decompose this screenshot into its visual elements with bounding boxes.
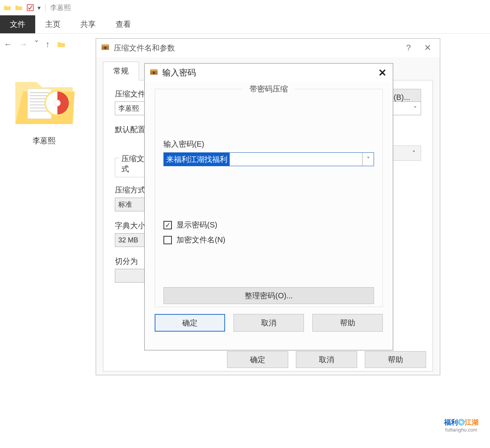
breadcrumb-folder-icon[interactable] bbox=[57, 39, 67, 50]
watermark-right: 江湖 bbox=[465, 419, 479, 426]
folder-thumbnail-icon bbox=[11, 67, 77, 132]
password-frame: 带密码压缩 输入密码(E) 来福利江湖找福利 ˅ ✓ 显示密码(S) 加密文件名… bbox=[155, 89, 383, 307]
qat-dropdown-icon[interactable]: ▾ bbox=[38, 4, 41, 11]
archive-name-value: 李蒽熙 bbox=[118, 104, 139, 113]
svg-point-11 bbox=[54, 100, 60, 106]
tab-view[interactable]: 查看 bbox=[106, 15, 141, 33]
enter-password-dialog: 输入密码 ✕ 带密码压缩 输入密码(E) 来福利江湖找福利 ˅ ✓ 显示密码(S… bbox=[144, 63, 393, 350]
tab-file[interactable]: 文件 bbox=[0, 15, 35, 33]
tab-home[interactable]: 主页 bbox=[35, 15, 70, 33]
password-value: 来福利江湖找福利 bbox=[164, 153, 230, 166]
watermark-sub: fullianghu.com bbox=[444, 427, 479, 433]
method-value: 标准 bbox=[118, 200, 132, 209]
dialog1-title: 压缩文件名和参数 bbox=[114, 43, 175, 53]
dialog2-help-button[interactable]: 帮助 bbox=[312, 314, 383, 332]
dialog2-ok-button[interactable]: 确定 bbox=[155, 314, 225, 332]
ribbon-tabs: 文件 主页 共享 查看 bbox=[0, 15, 490, 34]
dialog2-close-icon[interactable]: ✕ bbox=[377, 67, 388, 79]
checkbox-encrypt-names[interactable]: 加密文件名(N) bbox=[163, 235, 374, 245]
password-input[interactable]: 来福利江湖找福利 ˅ bbox=[163, 152, 374, 166]
checkbox-encrypt-label: 加密文件名(N) bbox=[176, 235, 225, 245]
up-icon[interactable]: ↑ bbox=[46, 39, 50, 49]
checkbox-icon: ✓ bbox=[163, 221, 172, 229]
dialog1-help-button[interactable]: 帮助 bbox=[365, 351, 426, 368]
label-enter-password: 输入密码(E) bbox=[163, 139, 374, 149]
back-icon[interactable]: ← bbox=[4, 39, 12, 49]
dialog1-cancel-button[interactable]: 取消 bbox=[296, 351, 357, 368]
explorer-titlebar: ▾ 李蒽熙 bbox=[0, 0, 490, 15]
checkbox-icon bbox=[163, 236, 172, 244]
svg-rect-14 bbox=[105, 46, 106, 49]
svg-rect-17 bbox=[153, 72, 155, 74]
dialog1-help-icon[interactable]: ? bbox=[401, 43, 416, 53]
organize-passwords-button[interactable]: 整理密码(O)... bbox=[163, 287, 374, 304]
checkbox-show-password[interactable]: ✓ 显示密码(S) bbox=[163, 220, 374, 230]
winrar-icon bbox=[149, 67, 158, 78]
svg-rect-13 bbox=[101, 44, 109, 46]
watermark-left: 福利 bbox=[444, 419, 458, 426]
dialog1-close-icon[interactable]: ✕ bbox=[420, 43, 435, 53]
check-icon bbox=[26, 3, 34, 12]
folder-label: 李蒽熙 bbox=[8, 136, 80, 146]
checkbox-show-label: 显示密码(S) bbox=[176, 220, 217, 230]
password-frame-legend: 带密码压缩 bbox=[243, 84, 295, 94]
window-title: 李蒽熙 bbox=[50, 3, 71, 12]
winrar-icon bbox=[101, 43, 110, 54]
chevron-down-icon[interactable]: ˅ bbox=[362, 153, 374, 166]
dialog2-title: 输入密码 bbox=[162, 67, 196, 78]
folder-icon bbox=[15, 3, 23, 12]
dict-value: 32 MB bbox=[118, 236, 138, 244]
tab-share[interactable]: 共享 bbox=[70, 15, 106, 33]
folder-item[interactable]: 李蒽熙 bbox=[8, 67, 80, 146]
tab-general[interactable]: 常规 bbox=[103, 62, 139, 80]
dialog1-titlebar: 压缩文件名和参数 ? ✕ bbox=[96, 39, 440, 57]
forward-icon: → bbox=[19, 39, 28, 49]
watermark: 福利◎江湖 fullianghu.com bbox=[444, 418, 479, 433]
recent-dropdown-icon[interactable]: ˅ bbox=[34, 39, 39, 49]
folder-icon bbox=[3, 3, 11, 12]
dialog1-ok-button[interactable]: 确定 bbox=[227, 351, 288, 368]
dialog2-titlebar: 输入密码 ✕ bbox=[145, 64, 393, 82]
chevron-down-icon: ˅ bbox=[413, 105, 417, 113]
dialog2-cancel-button[interactable]: 取消 bbox=[234, 314, 304, 332]
svg-rect-16 bbox=[150, 69, 157, 71]
